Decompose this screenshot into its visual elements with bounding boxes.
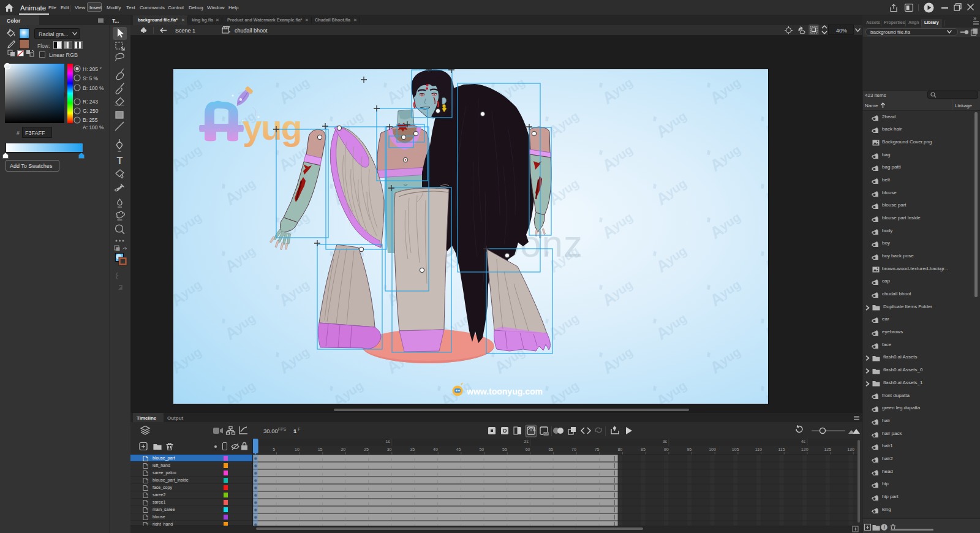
svg-text:A: A	[533, 428, 536, 432]
svg-text:yug: yug	[243, 108, 301, 147]
svg-text:T: T	[117, 156, 123, 166]
svg-text:www.toonyug.com: www.toonyug.com	[466, 387, 543, 396]
